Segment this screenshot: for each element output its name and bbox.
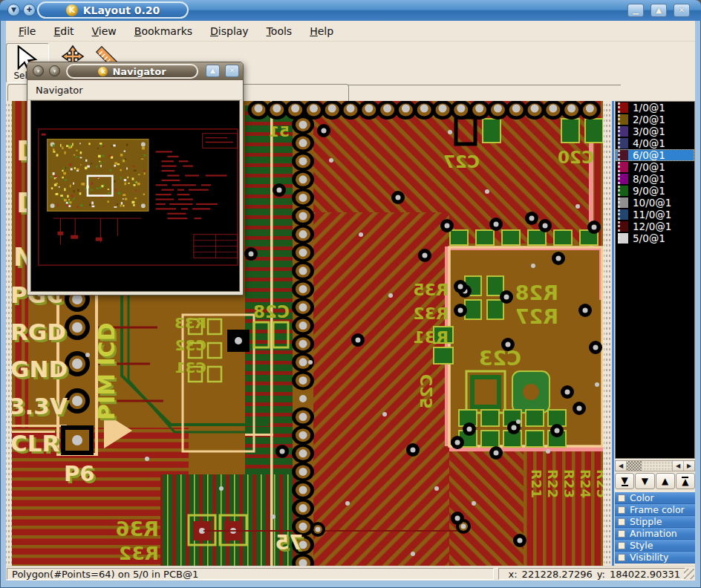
layer-color-swatch[interactable] [618,138,628,148]
layer-item-1-0-1[interactable]: 1/0@1 [616,102,694,114]
option-swatch-icon [618,506,625,514]
layer-item-10-0-1[interactable]: 10/0@1 [616,197,694,209]
layer-item-7-0-1[interactable]: 7/0@1 [616,161,694,173]
layer-color-swatch[interactable] [618,174,628,184]
scrollbar-thumb[interactable] [627,461,642,471]
layer-item-5-0-1[interactable]: 5/0@1 [616,232,694,244]
x-value: 221228.27296 [522,569,593,580]
layer-name: 5/0@1 [633,232,665,244]
layer-frame-color-button[interactable]: Frame color [615,504,695,516]
layer-item-9-0-1[interactable]: 9/0@1 [616,185,694,197]
window-title: KLayout 0.20 [83,4,160,16]
silkscreen-label-c28: C28 [253,302,290,321]
layer-color-swatch[interactable] [618,209,628,220]
layer-color-swatch[interactable] [618,186,628,196]
silkscreen-label-c20: C20 [558,148,594,167]
layer-stipple-button[interactable]: Stipple [615,516,695,528]
navigator-sticky-button[interactable]: ▾ [49,65,60,76]
title-bar[interactable]: ▼ ✚ K KLayout 0.20 ▁ ▲ ✕ [0,0,701,21]
menu-item-edit[interactable]: Edit [45,23,82,39]
shade-icon: ▲ [210,67,215,74]
move-layer-down-icon: ▼ [642,476,648,486]
navigator-canvas[interactable] [30,100,240,292]
silkscreen-label-r32: R32 [413,304,449,323]
layer-item-11-0-1[interactable]: 11/0@1 [616,209,694,220]
layer-item-2-0-1[interactable]: 2/0@1 [616,114,694,125]
left-arrow-icon: ◀ [619,463,623,469]
close-icon: ✕ [679,6,685,14]
layer-color-swatch[interactable] [618,162,628,172]
layer-name: 9/0@1 [633,185,665,197]
layer-color-swatch[interactable] [618,233,628,244]
silkscreen-label-r32: R32 [119,543,159,564]
move-layer-up-icon: ▲ [662,476,668,486]
silkscreen-label-r31: R31 [413,328,449,347]
silkscreen-label-c23: C23 [479,347,521,370]
silkscreen-label-p6: P6 [64,461,94,486]
menu-item-help[interactable]: Help [301,23,342,39]
layer-color-swatch[interactable] [618,114,628,125]
navigator-window[interactable]: ▾ ▾ k Navigator ▲ ✕ Navigator [27,62,244,295]
layer-list[interactable]: 1/0@12/0@13/0@14/0@16/0@17/0@18/0@19/0@1… [615,101,695,459]
layer-color-swatch[interactable] [618,126,628,137]
minimize-button[interactable]: ▁ [627,4,644,17]
menu-item-file[interactable]: File [10,23,44,39]
maximize-button[interactable]: ▲ [651,4,667,17]
layer-style-button[interactable]: Style [615,540,695,552]
sticky-button[interactable]: ✚ [23,4,36,16]
resize-grip[interactable] [684,569,694,579]
move-layer-up[interactable]: ▲ [656,473,675,489]
y-value: 184022.90331 [610,569,680,580]
silkscreen-label-c27: C27 [443,152,480,172]
silkscreen-label-r22: R22 [545,469,561,498]
layer-list-scrollbar[interactable]: ◀ ◀ ▶ [615,460,695,471]
layer-color-swatch[interactable] [618,197,628,208]
layer-item-8-0-1[interactable]: 8/0@1 [616,173,694,185]
navigator-title-bar[interactable]: ▾ ▾ k Navigator ▲ ✕ [27,62,243,80]
move-layer-to-bottom[interactable]: ▼ [615,473,634,489]
menu-item-bookmarks[interactable]: Bookmarks [126,23,200,39]
scrollbar-track[interactable] [642,461,672,471]
layer-item-4-0-1[interactable]: 4/0@1 [616,137,694,149]
silkscreen-label-c32: C32 [175,336,206,354]
canvas-right-scrollbar[interactable] [604,101,612,566]
application-window: ▼ ✚ K KLayout 0.20 ▁ ▲ ✕ FileEditViewBoo… [0,0,701,588]
layer-name: 11/0@1 [633,209,671,220]
scroll-left-button-2[interactable]: ◀ [672,461,683,471]
y-label: y: [597,569,605,580]
layer-move-buttons: ▼▼▲▲ [615,473,695,489]
option-swatch-icon [618,518,625,526]
layer-item-12-0-1[interactable]: 12/0@1 [616,220,694,232]
navigator-close-button[interactable]: ✕ [225,65,239,77]
scroll-right-button[interactable]: ▶ [683,461,694,471]
layer-color-button[interactable]: Color [615,492,695,504]
layer-animation-button[interactable]: Animation [615,528,695,540]
menu-item-tools[interactable]: Tools [258,23,301,39]
navigator-shade-button[interactable]: ▲ [206,65,220,77]
option-label: Frame color [630,504,685,515]
move-layer-down[interactable]: ▼ [635,473,654,489]
window-menu-button[interactable]: ▼ [7,4,20,16]
layer-color-swatch[interactable] [618,102,628,113]
layer-item-6-0-1[interactable]: 6/0@1 [616,149,694,161]
navigator-menu-item[interactable]: Navigator [28,85,91,96]
move-layer-to-top[interactable]: ▲ [676,473,695,489]
silkscreen-label-r25: R25 [594,469,603,498]
silkscreen-label-r36: R36 [116,517,159,540]
layer-visibility-button[interactable]: Visibility [615,552,695,564]
close-icon: ✕ [229,67,235,74]
status-coordinates-panel: x: 221228.27296 y: 184022.90331 [498,568,685,580]
layer-name: 6/0@1 [633,149,665,161]
layer-panel: 1/0@12/0@13/0@14/0@16/0@17/0@18/0@19/0@1… [612,101,695,566]
layer-color-swatch[interactable] [618,150,628,160]
close-button[interactable]: ✕ [674,4,690,17]
menu-item-view[interactable]: View [84,23,125,39]
navigator-menu-button[interactable]: ▾ [33,65,44,76]
layer-color-swatch[interactable] [618,221,628,232]
scroll-left-button[interactable]: ◀ [616,461,627,471]
menu-item-display[interactable]: Display [202,23,257,39]
status-bar: Polygon(#Points=64) on 5/0 in PCB@1 x: 2… [6,566,695,581]
silkscreen-label-r27: R27 [515,305,558,328]
layer-item-3-0-1[interactable]: 3/0@1 [616,125,694,137]
klayout-logo-icon: k [98,67,108,76]
